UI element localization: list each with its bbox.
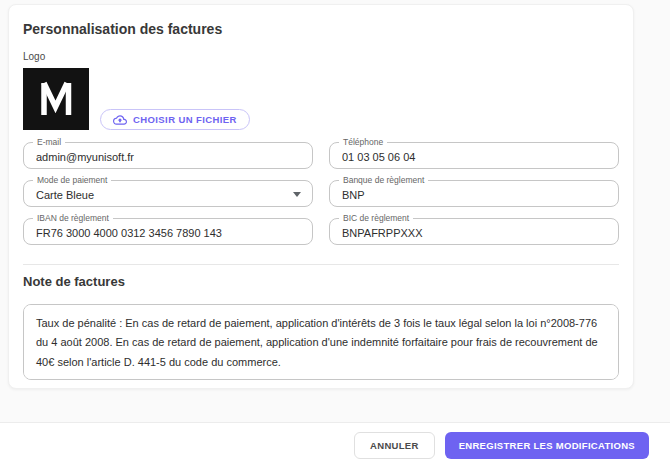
note-section-title: Note de factures [23, 274, 619, 289]
bic-field-wrapper: BIC de règlement [329, 218, 619, 245]
payment-method-label: Mode de paiement [33, 175, 111, 186]
email-field[interactable] [24, 143, 312, 168]
page-title: Personnalisation des factures [23, 21, 619, 37]
choose-file-button-label: CHOISIR UN FICHIER [133, 114, 237, 125]
choose-file-button[interactable]: CHOISIR UN FICHIER [100, 109, 250, 130]
phone-field-label: Téléphone [339, 137, 387, 148]
invoice-personalization-card: Personnalisation des factures Logo CHOIS… [8, 4, 634, 389]
cloud-upload-icon [113, 113, 127, 127]
save-button[interactable]: ENREGISTRER LES MODIFICATIONS [445, 432, 649, 459]
cancel-button[interactable]: ANNULER [354, 432, 435, 459]
bank-field-wrapper: Banque de règlement [329, 180, 619, 207]
bic-field-label: BIC de règlement [339, 213, 413, 224]
invoice-note-textarea[interactable]: Taux de pénalité : En cas de retard de p… [23, 304, 619, 380]
phone-field-wrapper: Téléphone [329, 142, 619, 169]
iban-field-wrapper: IBAN de règlement [23, 218, 313, 245]
bank-field-label: Banque de règlement [339, 175, 428, 186]
logo-row: CHOISIR UN FICHIER [23, 68, 619, 130]
section-divider [23, 264, 619, 265]
payment-method-select-wrapper: Mode de paiement [23, 180, 313, 207]
email-field-label: E-mail [33, 137, 65, 148]
email-field-wrapper: E-mail [23, 142, 313, 169]
invoice-settings-form: E-mail Téléphone Mode de paiement Banque… [23, 142, 619, 245]
action-bar: ANNULER ENREGISTRER LES MODIFICATIONS [0, 422, 670, 468]
company-logo [23, 68, 89, 130]
iban-field-label: IBAN de règlement [33, 213, 113, 224]
logo-label: Logo [23, 51, 619, 62]
